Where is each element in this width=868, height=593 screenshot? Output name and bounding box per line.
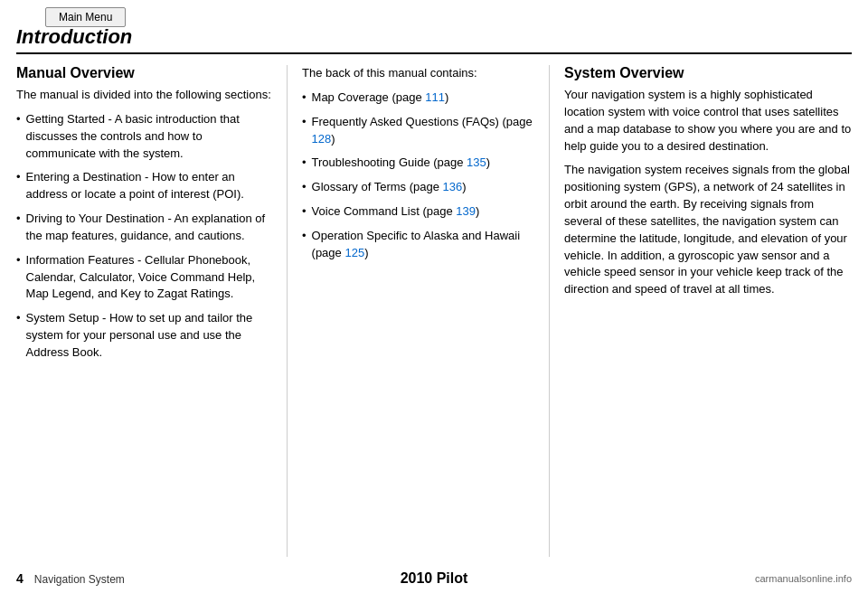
manual-overview-list: Getting Started - A basic introduction t… (16, 111, 272, 362)
list-item: Map Coverage (page 111) (302, 89, 534, 107)
list-item: Operation Specific to Alaska and Hawaii … (302, 228, 534, 262)
page-link[interactable]: 139 (456, 204, 476, 218)
list-item: Frequently Asked Questions (FAQs) (page … (302, 114, 534, 148)
system-overview-para-1: Your navigation system is a highly sophi… (564, 87, 852, 155)
bullet-text: Glossary of Terms (page 136) (312, 179, 467, 196)
list-item: Information Features - Cellular Phoneboo… (16, 252, 272, 304)
footer: 4 Navigation System 2010 Pilot carmanual… (16, 571, 852, 586)
footer-vehicle: 2010 Pilot (401, 570, 468, 587)
system-overview-title: System Overview (564, 65, 852, 81)
list-item: Troubleshooting Guide (page 135) (302, 155, 534, 172)
page-link[interactable]: 136 (443, 180, 463, 193)
bullet-text: Map Coverage (page 111) (312, 89, 449, 107)
bullet-text: Operation Specific to Alaska and Hawaii … (312, 228, 534, 262)
list-item: Getting Started - A basic introduction t… (16, 111, 272, 163)
column-middle: The back of this manual contains: Map Co… (288, 65, 550, 557)
page-link[interactable]: 111 (425, 90, 445, 104)
page-link[interactable]: 125 (344, 246, 364, 259)
list-item: Glossary of Terms (page 136) (302, 179, 534, 196)
footer-watermark: carmanualsonline.info (755, 573, 852, 584)
main-menu-button[interactable]: Main Menu (45, 7, 126, 27)
page-title: Introduction (16, 25, 852, 49)
bullet-text: Frequently Asked Questions (FAQs) (page … (312, 114, 534, 148)
footer-left: 4 Navigation System (16, 571, 125, 586)
manual-overview-title: Manual Overview (16, 65, 272, 81)
list-item: Voice Command List (page 139) (302, 203, 534, 221)
list-item: Entering a Destination - How to enter an… (16, 169, 272, 203)
page-link[interactable]: 128 (312, 132, 332, 146)
page-link[interactable]: 135 (467, 155, 486, 169)
system-overview-para-2: The navigation system receives signals f… (564, 162, 852, 298)
back-of-manual-intro: The back of this manual contains: (302, 65, 534, 82)
footer-page-number: 4 (16, 571, 24, 586)
bullet-text: Troubleshooting Guide (page 135) (312, 155, 491, 172)
content-area: Manual Overview The manual is divided in… (16, 65, 852, 557)
title-divider (16, 52, 852, 54)
list-item: System Setup - How to set up and tailor … (16, 310, 272, 362)
top-nav-area: Main Menu (45, 7, 126, 27)
bullet-text: Voice Command List (page 139) (312, 203, 480, 221)
list-item: Driving to Your Destination - An explana… (16, 211, 272, 245)
footer-nav-system: Navigation System (34, 573, 125, 586)
back-of-manual-list: Map Coverage (page 111) Frequently Asked… (302, 89, 534, 262)
column-left: Manual Overview The manual is divided in… (16, 65, 288, 557)
manual-overview-intro: The manual is divided into the following… (16, 87, 272, 104)
column-right: System Overview Your navigation system i… (550, 65, 852, 557)
title-area: Introduction (16, 25, 852, 54)
